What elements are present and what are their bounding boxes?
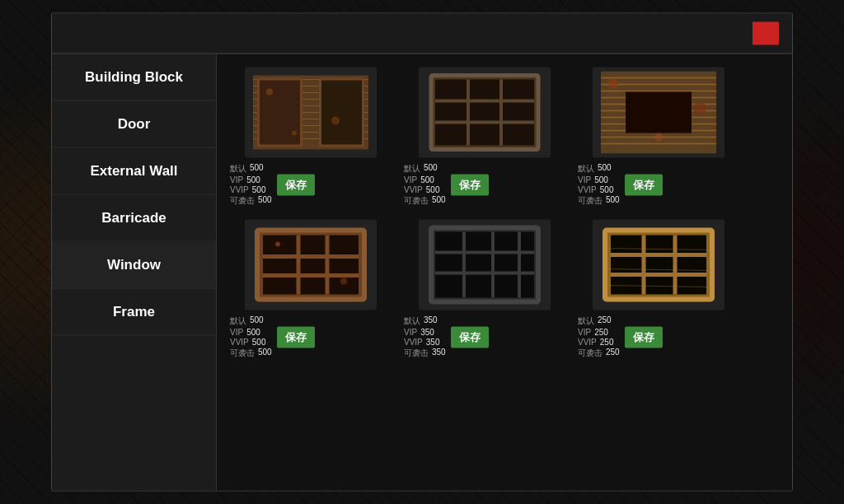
stat-label: VIP	[404, 175, 417, 184]
stat-row: 默认350	[404, 315, 446, 327]
sidebar-item-door[interactable]: Door	[52, 101, 216, 148]
stat-row: 默认500	[230, 315, 272, 327]
stat-row: 可袭击500	[230, 195, 272, 207]
item-info-2: 默认500VIP500VVIP500可袭击500保存	[404, 163, 565, 207]
stat-label: 默认	[230, 163, 246, 175]
stat-label: 可袭击	[404, 195, 429, 207]
stat-label: 默认	[578, 315, 594, 327]
stat-value: 250	[606, 348, 620, 359]
svg-point-16	[331, 117, 340, 125]
stat-value: 500	[250, 163, 264, 175]
close-button[interactable]	[753, 22, 779, 45]
stat-value: 500	[594, 175, 608, 184]
stat-value: 500	[426, 185, 440, 194]
stat-row: VIP250	[578, 328, 620, 337]
stat-row: VIP350	[404, 328, 446, 337]
stat-label: VVIP	[404, 338, 423, 347]
item-info-4: 默认500VIP500VVIP500可袭击500保存	[230, 315, 391, 359]
svg-point-48	[275, 242, 280, 247]
stat-row: VVIP500	[230, 185, 272, 194]
stat-value: 500	[246, 175, 260, 184]
svg-point-38	[608, 79, 618, 89]
save-button-1[interactable]: 保存	[277, 174, 315, 195]
stat-row: VVIP250	[578, 338, 620, 347]
stat-value: 500	[598, 163, 612, 175]
stat-label: VIP	[578, 328, 591, 337]
stat-label: 可袭击	[404, 348, 429, 359]
stat-value: 500	[258, 195, 272, 207]
stat-row: VVIP500	[230, 338, 272, 347]
sidebar-item-window[interactable]: Window	[52, 242, 216, 289]
stat-row: VVIP500	[404, 185, 446, 194]
stat-label: VVIP	[230, 338, 249, 347]
stat-label: VIP	[230, 328, 243, 337]
stat-value: 500	[252, 338, 266, 347]
stat-row: 可袭击250	[578, 348, 620, 359]
svg-rect-37	[626, 92, 692, 133]
save-button-2[interactable]: 保存	[451, 174, 489, 195]
stat-label: VVIP	[578, 338, 597, 347]
sidebar: Building BlockDoorExternal WallBarricade…	[52, 54, 217, 491]
stat-label: 可袭击	[230, 348, 255, 359]
save-button-4[interactable]: 保存	[277, 326, 315, 348]
stat-value: 350	[424, 315, 438, 327]
stat-row: 可袭击500	[230, 348, 272, 359]
item-card-1: 默认500VIP500VVIP500可袭击500保存	[230, 68, 391, 207]
item-card-4: 默认500VIP500VVIP500可袭击500保存	[230, 220, 391, 359]
stat-row: 默认500	[404, 163, 446, 175]
svg-point-17	[292, 131, 297, 136]
stat-row: VIP500	[404, 175, 446, 184]
modal-header	[52, 14, 792, 54]
stat-value: 500	[606, 195, 620, 207]
item-image-2	[419, 68, 551, 158]
stat-row: VIP500	[578, 175, 620, 184]
svg-point-39	[693, 102, 706, 115]
stat-value: 500	[432, 195, 446, 207]
sidebar-item-barricade[interactable]: Barricade	[52, 195, 216, 242]
stat-row: VVIP350	[404, 338, 446, 347]
stat-label: 可袭击	[578, 348, 603, 359]
stat-row: 可袭击350	[404, 348, 446, 359]
stat-label: 可袭击	[578, 195, 603, 207]
stat-value: 500	[424, 163, 438, 175]
svg-rect-14	[321, 81, 362, 145]
sidebar-item-frame[interactable]: Frame	[52, 289, 216, 336]
sidebar-item-building-block[interactable]: Building Block	[52, 54, 216, 101]
content-area: 默认500VIP500VVIP500可袭击500保存 默认500VIP500VV…	[217, 54, 792, 491]
item-stats-3: 默认500VIP500VVIP500可袭击500	[578, 163, 620, 207]
stat-value: 500	[246, 328, 260, 337]
save-button-3[interactable]: 保存	[625, 174, 663, 195]
stat-label: 默认	[230, 315, 246, 327]
stat-value: 500	[258, 348, 272, 359]
modal-container: Building BlockDoorExternal WallBarricade…	[51, 13, 793, 492]
stat-row: 默认250	[578, 315, 620, 327]
svg-point-40	[654, 133, 663, 142]
item-info-6: 默认250VIP250VVIP250可袭击250保存	[578, 315, 738, 359]
stat-value: 350	[420, 328, 434, 337]
stat-label: 可袭击	[230, 195, 255, 207]
save-button-5[interactable]: 保存	[451, 326, 489, 348]
stat-row: VVIP500	[578, 185, 620, 194]
stat-row: 可袭击500	[578, 195, 620, 207]
stat-row: 默认500	[230, 163, 272, 175]
save-button-6[interactable]: 保存	[625, 326, 663, 348]
stat-row: 可袭击500	[404, 195, 446, 207]
stat-label: VIP	[404, 328, 417, 337]
stat-label: VVIP	[578, 185, 597, 194]
item-card-5: 默认350VIP350VVIP350可袭击350保存	[404, 220, 565, 359]
svg-rect-19	[435, 80, 534, 146]
item-image-1	[245, 68, 377, 158]
stat-value: 250	[598, 315, 612, 327]
stat-label: 默认	[404, 163, 420, 175]
items-grid: 默认500VIP500VVIP500可袭击500保存 默认500VIP500VV…	[230, 68, 779, 359]
stat-value: 500	[250, 315, 264, 327]
stat-value: 500	[600, 185, 614, 194]
sidebar-item-external-wall[interactable]: External Wall	[52, 148, 216, 195]
item-stats-6: 默认250VIP250VVIP250可袭击250	[578, 315, 620, 359]
stat-label: VIP	[230, 175, 243, 184]
svg-point-49	[340, 278, 347, 285]
stat-label: VIP	[578, 175, 591, 184]
item-stats-2: 默认500VIP500VVIP500可袭击500	[404, 163, 446, 207]
item-stats-1: 默认500VIP500VVIP500可袭击500	[230, 163, 272, 207]
item-stats-5: 默认350VIP350VVIP350可袭击350	[404, 315, 446, 359]
